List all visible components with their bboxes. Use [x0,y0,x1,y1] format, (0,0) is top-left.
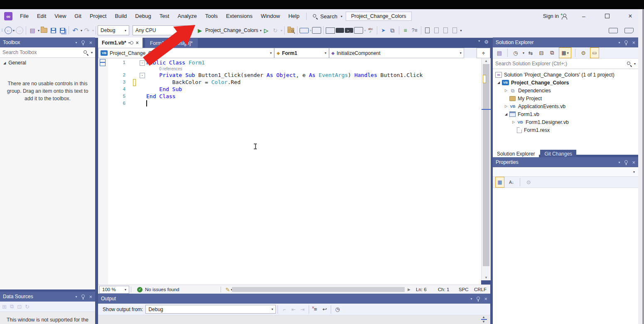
copy-structure-button[interactable]: ⧉ [388,25,397,35]
nav-type-combo[interactable]: ◆ Form1 ▾ [274,48,329,58]
menu-item-view[interactable]: View [50,9,70,23]
menu-item-extensions[interactable]: Extensions [222,9,257,23]
find-in-files-button[interactable] [287,25,295,35]
sync-with-active-document-button[interactable]: ⇆ [526,48,535,58]
window-menu-icon[interactable]: ▾ [75,295,77,299]
prev-message-button[interactable]: ⇤ [289,304,297,314]
fold-collapse-icon[interactable]: - [140,73,145,78]
split-window-handle[interactable]: ÷ [477,48,490,58]
toolbox-section-general[interactable]: ◢ General [0,58,95,68]
edit-data-source-button[interactable]: ⊡ [17,304,22,310]
nav-project-combo[interactable]: VB Project_Change_Colors ▾ [98,48,274,58]
goto-message-button[interactable]: ⌐ [280,304,288,314]
pin-icon[interactable] [81,40,85,45]
tree-item-project-change-colors[interactable]: ◢VBProject_Change_Colors [493,79,638,87]
search-control[interactable]: Search ▾ [309,13,346,20]
expanded-arrow-icon[interactable]: ◢ [495,81,502,84]
editor-vertical-scrollbar[interactable]: ▲ ▼ [481,58,491,280]
configure-data-source-button[interactable]: ⧉ [10,303,14,310]
format-indent-button[interactable]: ≡ [401,25,410,35]
menu-item-tools[interactable]: Tools [201,9,222,23]
close-icon[interactable]: × [89,294,92,300]
scroll-down-icon[interactable]: ▼ [482,320,485,324]
tree-item-dependencies[interactable]: ▷⧉Dependencies [493,87,638,94]
tab-form1-vb[interactable]: Form1.vb* × [98,37,143,48]
next-bookmark-button[interactable] [442,25,450,35]
solution-explorer-search-input[interactable]: Search Solution Explorer (Ctrl+;) ▾ [493,59,638,69]
show-all-files-button[interactable]: ▦▾ [559,47,571,58]
restore-button[interactable] [601,13,613,20]
tree-item-solution-project-change-colors[interactable]: ∞Solution 'Project_Change_Colors' (1 of … [493,71,638,79]
data-sources-header[interactable]: Data Sources ▾ × [0,292,95,302]
solution-explorer-header[interactable]: Solution Explorer ▾ × [493,37,638,47]
menu-item-help[interactable]: Help [284,9,304,23]
codelens-references[interactable]: 0 references [98,66,472,72]
start-debug-button[interactable]: ▶ [196,25,204,35]
window-menu-icon[interactable]: ▾ [470,297,472,301]
navigate-forward-button[interactable]: → [15,25,24,35]
clear-all-button[interactable]: ≡× [311,304,320,314]
prev-bookmark-button[interactable] [433,25,441,35]
notifications-button[interactable] [624,28,634,33]
menu-item-debug[interactable]: Debug [131,9,155,23]
expanded-arrow-icon[interactable]: ◢ [503,112,509,116]
tree-item-applicationevents-vb[interactable]: ▷VBApplicationEvents.vb [493,102,638,110]
code-editor[interactable]: 1Public Class Form10 references2 Private… [98,58,481,284]
output-source-combo[interactable]: Debug▾ [145,305,276,314]
menu-item-file[interactable]: File [16,9,33,23]
spell-check-button[interactable]: abc ✓ [366,25,375,35]
sign-in-button[interactable]: Sign in + [543,13,567,19]
scrollbar-thumb[interactable] [483,64,489,266]
output-header[interactable]: Output ▾ × [98,294,490,304]
toggle-bookmark-button[interactable] [423,25,432,35]
zoom-level-combo[interactable]: 100 %▾ [99,286,129,294]
hot-reload-button[interactable]: ↻ [271,25,280,35]
nav-member-combo[interactable]: ◆ InitializeComponent ▾ [329,48,464,58]
preview-selected-button[interactable]: ⧉ [548,48,556,58]
pin-icon[interactable] [624,40,628,45]
xaml-hot-reload-button[interactable] [312,27,321,34]
undo-button[interactable]: ↶ [71,25,79,35]
redo-button[interactable]: ↷ [83,25,91,35]
pin-icon[interactable] [128,41,134,45]
tree-item-form1-designer-vb[interactable]: ▷VBForm1.Designer.vb [493,118,638,126]
window-menu-icon[interactable]: ▾ [75,41,77,45]
solution-configuration-combo[interactable]: Debug▾ [98,25,129,35]
menu-item-build[interactable]: Build [111,9,131,23]
format-comment-button[interactable]: ?≡ [410,25,419,35]
chevron-down-icon[interactable]: ▾ [634,62,636,66]
navigate-back-button[interactable]: ←▾ [5,25,15,35]
switch-views-button[interactable]: ▤ [495,48,504,58]
properties-object-combo[interactable]: ▾ [493,167,638,177]
live-preview-button[interactable] [300,28,309,33]
next-message-button[interactable]: ⇥ [298,304,307,314]
properties-wrench-button[interactable]: ⚙ [579,48,587,58]
document-options-gear-icon[interactable]: ⚙ [484,39,489,45]
chevron-down-icon[interactable]: ▾ [91,51,93,54]
terminal-button[interactable]: >_ [345,28,353,33]
close-button[interactable]: × [624,12,637,20]
save-all-button[interactable] [58,25,66,35]
collapsed-arrow-icon[interactable]: ▷ [503,104,509,108]
pin-icon[interactable] [476,296,480,302]
device-list-button[interactable] [354,27,363,34]
close-icon[interactable]: × [484,296,487,302]
menu-item-project[interactable]: Project [86,9,111,23]
solution-platform-combo[interactable]: Any CPU▾ [133,25,192,35]
toolbar-grip[interactable]: ⁞⁞ [1,28,2,32]
menu-item-edit[interactable]: Edit [33,9,50,23]
property-pages-wrench-button[interactable]: ⚙ [524,177,533,187]
alphabetical-sort-button[interactable]: A↓ [507,177,516,187]
tree-item-form1-resx[interactable]: Form1.resx [493,126,638,134]
tree-item-my-project[interactable]: My Project [493,94,638,102]
categorized-view-button[interactable]: ▦ [495,177,504,188]
close-icon[interactable]: × [136,40,139,46]
package-button[interactable] [336,28,344,33]
pending-changes-filter-button[interactable]: ◷ [511,48,520,58]
menu-item-window[interactable]: Window [257,9,284,23]
issues-status-label[interactable]: No issues found [145,287,179,292]
timestamp-button[interactable]: ◷ [333,304,342,314]
toolbox-header[interactable]: Toolbox ▾ × [0,37,95,47]
save-button[interactable] [49,25,57,35]
clear-bookmarks-button[interactable] [451,25,459,35]
